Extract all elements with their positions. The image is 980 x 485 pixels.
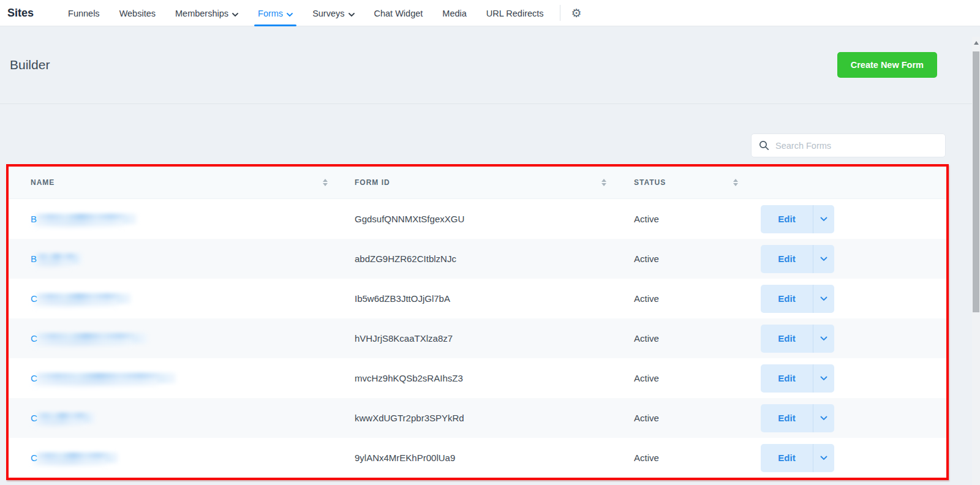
search-box[interactable]	[751, 133, 946, 157]
form-name-cell: B	[9, 254, 336, 264]
edit-button[interactable]: Edit	[761, 205, 813, 233]
status-cell: Active	[615, 373, 747, 383]
nav-item-forms[interactable]: Forms	[248, 0, 303, 26]
column-header-formid-label: FORM ID	[355, 178, 390, 187]
edit-button[interactable]: Edit	[761, 285, 813, 313]
form-id-cell: hVHJrjS8KcaaTXlza8z7	[336, 333, 615, 344]
edit-split-button: Edit	[761, 404, 834, 432]
vertical-scrollbar	[972, 37, 980, 485]
edit-button[interactable]: Edit	[761, 444, 813, 472]
form-id-cell: GgdsufQNNMXtSfgexXGU	[336, 214, 615, 224]
column-header-status-label: STATUS	[634, 178, 666, 187]
nav-item-chat-widget[interactable]: Chat Widget	[364, 0, 433, 26]
form-name-link[interactable]: C	[31, 453, 37, 463]
edit-split-button: Edit	[761, 205, 834, 233]
form-name-link[interactable]: C	[31, 293, 37, 304]
nav-item-label: Funnels	[68, 9, 100, 18]
form-id-cell: Ib5w6dZB3JttOJjGl7bA	[336, 293, 615, 304]
nav-item-media[interactable]: Media	[432, 0, 477, 26]
status-cell: Active	[615, 333, 747, 344]
form-id-cell: abdZG9HZR62CItblzNJc	[336, 254, 615, 264]
nav-items: Funnels Websites Memberships Forms Surve…	[58, 0, 554, 26]
edit-dropdown-toggle[interactable]	[813, 245, 834, 273]
edit-split-button: Edit	[761, 245, 834, 273]
page-header: Builder Create New Form	[0, 26, 980, 104]
column-header-name: NAME	[9, 178, 336, 187]
edit-button[interactable]: Edit	[761, 245, 813, 273]
scrollbar-up-arrow[interactable]	[972, 37, 980, 49]
redacted-name-blur-halo	[33, 338, 134, 347]
edit-button[interactable]: Edit	[761, 404, 813, 432]
form-id-cell: 9ylANx4MrEKhPr00lUa9	[336, 453, 615, 463]
table-row: B abdZG9HZR62CItblzNJc Active Edit	[9, 239, 946, 279]
status-cell: Active	[615, 413, 747, 423]
status-cell: Active	[615, 453, 747, 463]
status-cell: Active	[615, 293, 747, 304]
redacted-name-blur-halo	[33, 418, 86, 426]
form-id-cell: mvcHz9hKQSb2sRAIhsZ3	[336, 373, 615, 383]
form-name-cell: C	[9, 293, 336, 304]
form-name-link[interactable]: B	[31, 214, 37, 224]
status-cell: Active	[615, 214, 747, 224]
search-row	[0, 104, 980, 165]
table-header-row: NAME FORM ID STATUS	[9, 167, 946, 199]
nav-item-label: Surveys	[312, 9, 344, 18]
edit-dropdown-toggle[interactable]	[813, 205, 834, 233]
nav-item-url-redirects[interactable]: URL Redirects	[477, 0, 554, 26]
sort-icon[interactable]	[601, 179, 606, 186]
edit-button[interactable]: Edit	[761, 325, 813, 353]
edit-dropdown-toggle[interactable]	[813, 364, 834, 393]
forms-table-annotated: NAME FORM ID STATUS B GgdsufQNNMXtSfgexX…	[6, 164, 949, 480]
page-title: Builder	[10, 58, 50, 72]
actions-cell: Edit	[747, 285, 946, 313]
edit-dropdown-toggle[interactable]	[813, 285, 834, 313]
actions-cell: Edit	[747, 404, 946, 432]
table-row: C 9ylANx4MrEKhPr00lUa9 Active Edit	[9, 438, 946, 478]
edit-split-button: Edit	[761, 325, 834, 353]
form-name-link[interactable]: C	[31, 333, 37, 344]
chevron-down-icon	[349, 9, 355, 19]
brand-title: Sites	[7, 7, 34, 20]
form-name-link[interactable]: B	[31, 254, 37, 264]
redacted-name-blur-halo	[33, 378, 159, 386]
top-navigation: Sites Funnels Websites Memberships Forms…	[0, 0, 980, 26]
search-icon	[759, 140, 769, 151]
table-row: C kwwXdUGTr2pbr3SPYkRd Active Edit	[9, 398, 946, 438]
edit-dropdown-toggle[interactable]	[813, 325, 834, 353]
search-input[interactable]	[775, 141, 938, 151]
table-row: C mvcHz9hKQSb2sRAIhsZ3 Active Edit	[9, 358, 946, 398]
actions-cell: Edit	[747, 444, 946, 472]
form-name-link[interactable]: C	[31, 373, 37, 383]
form-name-cell: C	[9, 453, 336, 463]
table-body: B GgdsufQNNMXtSfgexXGU Active Edit B abd…	[9, 199, 946, 478]
nav-item-memberships[interactable]: Memberships	[165, 0, 248, 26]
nav-item-surveys[interactable]: Surveys	[303, 0, 364, 26]
actions-cell: Edit	[747, 245, 946, 273]
sort-icon[interactable]	[323, 179, 328, 186]
create-new-form-button[interactable]: Create New Form	[837, 52, 937, 78]
actions-cell: Edit	[747, 364, 946, 393]
form-name-cell: C	[9, 413, 336, 423]
status-cell: Active	[615, 254, 747, 264]
nav-item-label: Chat Widget	[374, 9, 423, 18]
redacted-name-blur-halo	[33, 457, 107, 466]
nav-separator	[560, 5, 560, 21]
nav-item-funnels[interactable]: Funnels	[58, 0, 110, 26]
chevron-down-icon	[287, 9, 293, 19]
actions-cell: Edit	[747, 325, 946, 353]
column-header-name-label: NAME	[31, 178, 55, 187]
scrollbar-thumb[interactable]	[973, 51, 979, 312]
edit-dropdown-toggle[interactable]	[813, 444, 834, 472]
table-row: B GgdsufQNNMXtSfgexXGU Active Edit	[9, 199, 946, 239]
nav-item-label: Websites	[119, 9, 156, 18]
sort-icon[interactable]	[733, 179, 738, 186]
edit-dropdown-toggle[interactable]	[813, 404, 834, 432]
form-name-cell: B	[9, 214, 336, 224]
redacted-name-blur-halo	[33, 219, 124, 227]
form-name-link[interactable]: C	[31, 413, 37, 423]
edit-button[interactable]: Edit	[761, 364, 813, 393]
nav-item-websites[interactable]: Websites	[110, 0, 165, 26]
redacted-name-blur-halo	[33, 298, 119, 307]
gear-icon[interactable]: ⚙	[569, 5, 584, 21]
redacted-name-blur-halo	[33, 258, 75, 267]
